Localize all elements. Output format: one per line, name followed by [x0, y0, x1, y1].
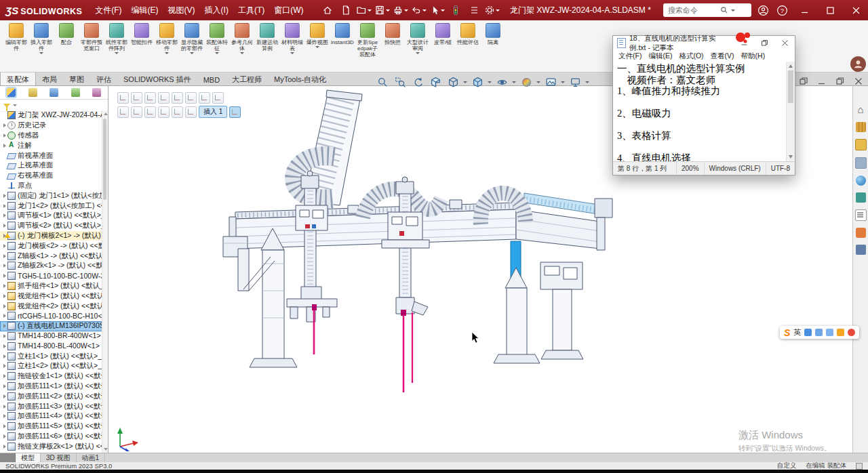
tree-item[interactable]: (-) 直线电机LM136IP0730S14: [0, 321, 102, 331]
tab-MBD[interactable]: MBD: [197, 73, 226, 85]
expand-arrow-icon[interactable]: [1, 324, 7, 328]
minibar-icon[interactable]: [144, 92, 156, 104]
minibar-icon[interactable]: [199, 92, 210, 104]
appearances-icon[interactable]: [856, 176, 866, 186]
display-manager-tab-icon[interactable]: [92, 88, 101, 97]
minibar-icon[interactable]: [158, 106, 170, 118]
minibar-icon[interactable]: [131, 106, 142, 118]
expand-arrow-icon[interactable]: [1, 434, 7, 438]
toolbox-icon[interactable]: [837, 329, 844, 336]
ribbon-tool[interactable]: instant3D: [330, 22, 355, 58]
close-button[interactable]: [845, 0, 867, 20]
scenes-icon[interactable]: [856, 192, 866, 203]
custom-properties-icon[interactable]: [855, 209, 867, 221]
expand-arrow-icon[interactable]: [1, 405, 7, 409]
expand-arrow-icon[interactable]: [1, 294, 7, 298]
filter-caret[interactable]: [13, 104, 17, 108]
property-manager-tab-icon[interactable]: [28, 88, 37, 97]
minibar-icon[interactable]: [117, 92, 129, 104]
feature-manager-tab-icon[interactable]: [7, 88, 16, 97]
tree-item[interactable]: 龙门横板<2> -> (默认) <<默: [0, 241, 102, 251]
view-palette-icon[interactable]: [855, 157, 867, 169]
configuration-manager-tab-icon[interactable]: [50, 88, 58, 97]
notepad-menu-item[interactable]: 编辑(E): [645, 52, 675, 61]
dropdown-caret[interactable]: [585, 81, 589, 85]
tab-布局[interactable]: 布局: [36, 73, 63, 85]
tree-item[interactable]: 历史记录: [0, 121, 102, 131]
dimxpert-manager-tab-icon[interactable]: [71, 88, 80, 97]
expand-arrow-icon[interactable]: [1, 213, 7, 218]
doc-restore-icon[interactable]: [836, 76, 844, 88]
expand-arrow-icon[interactable]: [1, 144, 7, 148]
tree-item[interactable]: 立柱1<2> (默认) <<默认>_显: [0, 361, 102, 371]
dropdown-caret[interactable]: [561, 81, 565, 85]
zoom-fit-icon[interactable]: [375, 75, 390, 89]
ribbon-tool[interactable]: 爆炸视图: [305, 22, 330, 58]
minibar-icon[interactable]: [131, 92, 142, 104]
tree-item[interactable]: TGH5-L10-100-BC-100W-3<1: [0, 271, 102, 281]
filter-funnel-icon[interactable]: [3, 104, 10, 108]
menu-item[interactable]: 文件(F): [90, 0, 126, 20]
tree-item[interactable]: 前视基准面: [0, 150, 102, 161]
search-input[interactable]: [667, 5, 718, 15]
options-list-icon[interactable]: [466, 3, 482, 18]
tree-item[interactable]: 上视基准面: [0, 161, 102, 171]
help-icon[interactable]: ?: [774, 3, 789, 18]
previous-view-icon[interactable]: [410, 75, 425, 89]
voice-icon[interactable]: [804, 329, 812, 336]
ribbon-tool[interactable]: 智能扣件: [130, 22, 154, 58]
ribbon-tool[interactable]: 移动零部件: [155, 22, 179, 58]
command-search[interactable]: [663, 3, 751, 17]
zoom-area-icon[interactable]: [393, 75, 408, 89]
print-icon[interactable]: [393, 3, 409, 18]
select-cursor-icon[interactable]: [429, 3, 446, 18]
menu-item[interactable]: 窗口(W): [269, 0, 308, 20]
settings-gear-icon[interactable]: [484, 3, 500, 18]
ribbon-tool[interactable]: 大型设计审阅: [406, 22, 430, 58]
minibar-icon[interactable]: [117, 106, 129, 118]
tree-item[interactable]: Z轴板2k<1> -> (默认) <<默: [0, 261, 102, 271]
expand-arrow-icon[interactable]: [1, 254, 7, 258]
expand-arrow-icon[interactable]: [1, 304, 7, 308]
scroll-thumb[interactable]: [103, 119, 106, 200]
apply-scene-icon[interactable]: [543, 75, 558, 89]
menu-item[interactable]: 视图(V): [163, 0, 200, 20]
expand-arrow-icon[interactable]: [1, 264, 7, 268]
view-orientation-icon[interactable]: [446, 75, 460, 89]
notepad-scrollbar[interactable]: [786, 62, 795, 161]
expand-arrow-icon[interactable]: [1, 445, 7, 449]
tree-item[interactable]: 拖链支撑板2k<1> (默认) <<: [0, 441, 102, 451]
notepad-menu-item[interactable]: 格式(O): [675, 52, 707, 61]
ribbon-tool[interactable]: 零部件预览窗口: [79, 22, 104, 58]
tree-item[interactable]: 加强筋111<3> (默认) <<默认: [0, 401, 102, 411]
keyboard-icon[interactable]: [815, 329, 823, 336]
expand-arrow-icon[interactable]: [1, 244, 7, 248]
tree-item[interactable]: 加强筋111<5> (默认) <<默认: [0, 421, 102, 432]
tab-评估[interactable]: 评估: [90, 73, 117, 85]
clipboard-icon[interactable]: [826, 329, 833, 336]
ribbon-tool[interactable]: 线性零部件阵列: [104, 22, 129, 58]
minibar-icon[interactable]: [144, 106, 156, 118]
dropdown-caret[interactable]: [496, 9, 500, 14]
minibar-icon[interactable]: [158, 92, 170, 104]
dropdown-caret[interactable]: [512, 81, 516, 85]
notepad-scroll-up-icon[interactable]: [789, 64, 793, 68]
notepad-menu-item[interactable]: 查看(V): [707, 52, 738, 61]
resources-icon[interactable]: [856, 245, 866, 255]
expand-arrow-icon[interactable]: [1, 194, 7, 198]
ribbon-tool[interactable]: 装配体特征: [205, 22, 229, 58]
minibar-icon-active[interactable]: [229, 106, 241, 118]
ribbon-tool[interactable]: 皮带/链: [431, 22, 455, 58]
search-dropdown-caret[interactable]: [731, 9, 735, 14]
cascade-windows-icon[interactable]: [800, 76, 808, 88]
minibar-icon[interactable]: [172, 92, 183, 104]
notepad-menu-item[interactable]: 帮助(H): [738, 52, 769, 61]
notepad-menu-item[interactable]: 文件(F): [615, 52, 645, 61]
tree-item[interactable]: TMH14-800-BR-400W<1> (默: [0, 331, 102, 342]
dropdown-caret[interactable]: [441, 9, 445, 14]
expand-arrow-icon[interactable]: [1, 274, 7, 278]
expand-arrow-icon[interactable]: [1, 334, 7, 338]
user-account-icon[interactable]: [755, 3, 770, 18]
menu-item[interactable]: 工具(T): [233, 0, 269, 20]
doc-minimize-icon[interactable]: [818, 76, 826, 88]
